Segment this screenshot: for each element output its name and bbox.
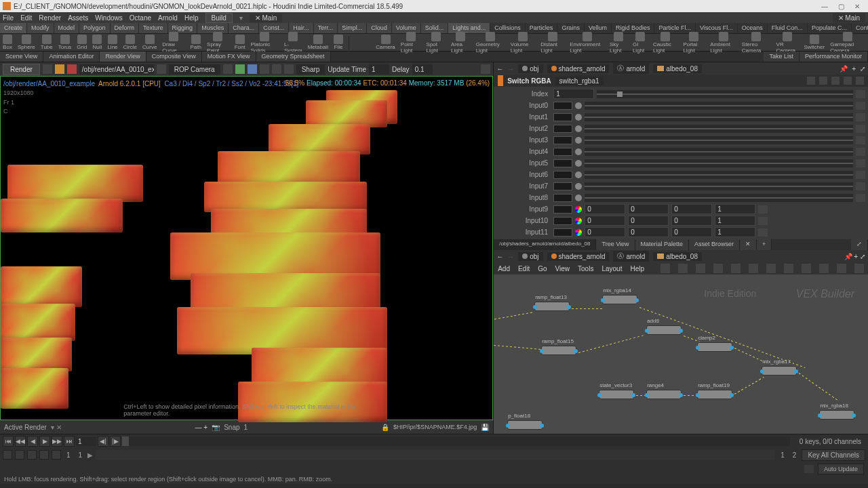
shelf-tool[interactable]: Area Light	[451, 32, 471, 54]
pause-icon[interactable]	[55, 64, 64, 74]
color-swatch[interactable]	[553, 182, 572, 190]
new-tab-icon[interactable]: +	[852, 65, 856, 73]
expand-icon[interactable]	[481, 64, 490, 74]
shelf-tool[interactable]: Platonic Solids	[251, 32, 279, 54]
bulb-icon[interactable]	[260, 64, 269, 74]
range-end[interactable]: 2	[790, 451, 800, 459]
graph-node[interactable]: ramp_float13	[534, 302, 570, 311]
pane-tab[interactable]: Composite View	[146, 52, 202, 62]
color-swatch[interactable]	[553, 125, 572, 133]
pane-tab[interactable]: Geometry Spreadsheet	[256, 52, 331, 62]
delay-field[interactable]: 0.1	[412, 64, 433, 75]
ng-tool-icon[interactable]	[696, 264, 705, 273]
ng-menu-view[interactable]: View	[555, 265, 570, 272]
shelf-tool[interactable]: Gamepad Camera	[830, 32, 865, 54]
shelf-tool[interactable]: Spray Paint	[207, 32, 229, 54]
crop-icon[interactable]	[248, 64, 257, 74]
keyframe-icon[interactable]	[856, 194, 865, 202]
pane-tab[interactable]: Performance Monitor	[800, 52, 868, 62]
maximize-button[interactable]: ▢	[833, 1, 849, 12]
component-field[interactable]: 1	[715, 227, 755, 237]
ng-tool-icon[interactable]	[784, 264, 793, 273]
color-picker-icon[interactable]	[575, 148, 582, 155]
color-swatch[interactable]	[553, 102, 572, 110]
ng-tool-icon[interactable]	[819, 264, 829, 273]
arrow-icon[interactable]	[157, 64, 166, 74]
shelf-tab[interactable]: Model	[54, 23, 80, 33]
menu-assets[interactable]: Assets	[68, 14, 88, 22]
path-shaders[interactable]: shaders_arnold	[547, 64, 610, 73]
color-swatch[interactable]	[553, 136, 572, 144]
menu-file[interactable]: File	[3, 14, 14, 22]
color-picker-icon[interactable]	[575, 125, 582, 132]
shelf-tool[interactable]: Null	[92, 35, 102, 50]
ng-tool-icon[interactable]	[713, 264, 723, 273]
keyframe-icon[interactable]	[856, 148, 865, 156]
ng-help-icon[interactable]	[854, 264, 864, 273]
graph-node[interactable]: mix_rgba17	[762, 366, 797, 375]
component-field[interactable]: 1	[715, 216, 755, 226]
pane-tab[interactable]: Motion FX View	[202, 52, 256, 62]
next-frame-button[interactable]: ▶▶	[52, 436, 62, 447]
ng-tool-icon[interactable]	[802, 264, 811, 273]
color-picker-icon[interactable]	[575, 218, 582, 224]
shelf-tool[interactable]: Circle	[123, 35, 137, 50]
ng-tool-icon[interactable]	[678, 264, 688, 273]
shelf-tool[interactable]: GI Light	[633, 32, 648, 54]
shelf-tab[interactable]: Deform	[111, 23, 140, 33]
prev-frame-button[interactable]: ◀◀	[15, 436, 26, 447]
lock-icon[interactable]	[15, 450, 24, 460]
contrast-icon[interactable]	[284, 64, 294, 74]
range-icon[interactable]	[3, 450, 12, 460]
shelf-tool[interactable]: Curve	[142, 35, 157, 50]
shelf-tool[interactable]: Box	[3, 35, 12, 50]
keyframe-icon[interactable]	[758, 205, 768, 214]
filter-selector[interactable]: Sharp	[296, 64, 326, 75]
component-field[interactable]: 0	[628, 204, 669, 214]
range-in[interactable]: 1	[76, 451, 85, 459]
play-back-button[interactable]: ◀	[27, 436, 38, 447]
stop-icon[interactable]	[67, 64, 77, 74]
component-field[interactable]: 0	[585, 216, 625, 226]
shelf-tool[interactable]: File	[334, 35, 343, 50]
shelf-tool[interactable]: Portal Light	[683, 32, 705, 54]
ipr-path[interactable]: $HIP/ipr/$SNAPNAME.$F4.jpg	[393, 424, 477, 430]
component-field[interactable]: 0	[671, 227, 712, 237]
graph-node[interactable]: clamp2	[697, 342, 732, 352]
color-swatch[interactable]	[553, 217, 572, 225]
forward-icon[interactable]: →	[507, 253, 514, 260]
render-button[interactable]: Render	[3, 64, 40, 75]
expand-icon[interactable]: ⤢	[860, 65, 865, 73]
pane-tab[interactable]: Take List	[764, 52, 800, 62]
shelf-tool[interactable]: Stereo Camera	[742, 32, 771, 54]
auto-icon[interactable]	[804, 465, 814, 473]
back-icon[interactable]: ←	[496, 253, 503, 260]
shelf-tool[interactable]: Sphere	[18, 35, 35, 50]
timeline-ruler[interactable]	[96, 450, 775, 460]
ng-menu-edit[interactable]: Edit	[518, 265, 530, 272]
refresh-icon[interactable]	[43, 64, 52, 74]
shelf-tab[interactable]: Terr...	[314, 23, 338, 33]
ng-menu-layout[interactable]: Layout	[601, 265, 622, 272]
value-slider[interactable]	[585, 159, 853, 167]
shelf-tool[interactable]: Switcher	[804, 35, 825, 50]
menu-arnold[interactable]: Arnold	[158, 14, 178, 22]
keyframe-icon[interactable]	[856, 113, 865, 121]
pane-tab[interactable]: Scene View	[0, 52, 43, 62]
tab-assetbrowser[interactable]: Asset Browser	[689, 239, 740, 250]
value-slider[interactable]	[585, 136, 853, 144]
pane-tab[interactable]: Render View	[100, 52, 146, 62]
desktop-selector[interactable]: Build	[205, 13, 233, 23]
component-field[interactable]: 0	[585, 227, 625, 237]
component-field[interactable]: 0	[671, 204, 712, 214]
keyframe-icon[interactable]	[758, 217, 768, 225]
shelf-tab[interactable]: Create	[0, 23, 27, 33]
color-swatch[interactable]	[553, 205, 572, 214]
color-picker-icon[interactable]	[575, 171, 582, 178]
gear-icon[interactable]	[807, 77, 815, 85]
path-obj[interactable]: obj	[518, 64, 542, 73]
color-picker-icon[interactable]	[575, 229, 582, 236]
current-frame-field[interactable]: 1	[76, 437, 96, 446]
ng-menu-go[interactable]: Go	[538, 265, 547, 272]
info-icon[interactable]	[831, 77, 840, 85]
